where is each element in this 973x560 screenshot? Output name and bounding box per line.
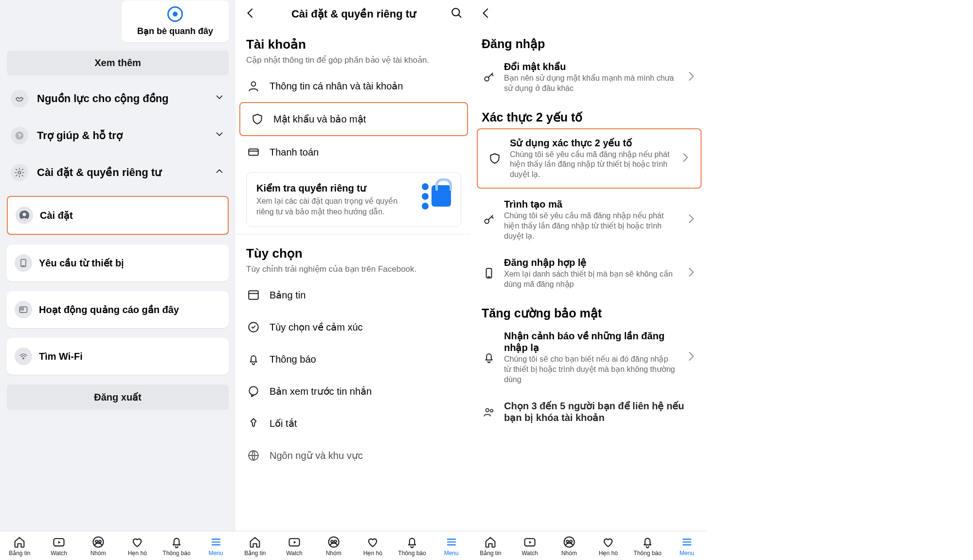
row-password-security[interactable]: Mật khẩu và bảo mật [239, 102, 468, 136]
row-payment[interactable]: Thanh toán [236, 136, 471, 168]
row-title: Nhận cảnh báo về những lần đăng nhập lạ [504, 330, 677, 353]
svg-point-13 [95, 540, 98, 542]
svg-point-44 [564, 537, 574, 547]
svg-point-12 [93, 537, 103, 547]
tab-feed[interactable]: Bảng tin [0, 531, 39, 560]
chevron-down-icon [214, 129, 225, 142]
row-label: Ngôn ngữ và khu vực [270, 450, 363, 461]
row-title: Trình tạo mã [504, 198, 677, 210]
row-label: Lối tắt [270, 418, 297, 429]
section-extra-title: Tăng cường bảo mật [472, 298, 706, 322]
back-button[interactable] [480, 7, 492, 21]
row-sub: Xem lại danh sách thiết bị mà bạn sẽ khô… [504, 269, 677, 290]
row-language-region[interactable]: Ngôn ngữ và khu vực [236, 439, 471, 472]
tabbar: Bảng tinWatchNhómHẹn hòThông báoMenu [0, 531, 235, 560]
tabbar: Bảng tinWatchNhómHẹn hòThông báoMenu [235, 531, 471, 560]
tab-notif[interactable]: Thông báo [157, 531, 197, 560]
item-label: Tìm Wi-Fi [39, 351, 83, 362]
menu-find-wifi[interactable]: Tìm Wi-Fi [7, 338, 229, 375]
row-use-2fa[interactable]: Sử dụng xác thực 2 yếu tố Chúng tôi sẽ y… [477, 128, 702, 189]
svg-marker-43 [529, 541, 532, 543]
tab-dating[interactable]: Hẹn hò [589, 531, 628, 560]
friends-nearby-icon [167, 6, 183, 22]
tab-menu[interactable]: Menu [196, 531, 235, 560]
item-label: Yêu cầu từ thiết bị [39, 257, 124, 269]
svg-marker-11 [58, 541, 61, 543]
chevron-right-icon [679, 152, 691, 165]
menu-label: Cài đặt & quyền riêng tư [37, 166, 162, 179]
row-message-preview[interactable]: Bản xem trước tin nhắn [236, 375, 471, 407]
chevron-right-icon [685, 266, 697, 280]
tab-feed[interactable]: Bảng tin [235, 531, 275, 560]
svg-rect-8 [21, 308, 23, 310]
section-2fa-title: Xác thực 2 yếu tố [472, 102, 706, 126]
svg-point-4 [22, 213, 26, 216]
chevron-up-icon [214, 166, 225, 179]
back-button[interactable] [244, 7, 257, 21]
row-feed[interactable]: Bảng tin [236, 279, 471, 311]
row-title: Chọn 3 đến 5 người bạn để liên hệ nếu bạ… [504, 400, 697, 423]
menu-recent-ads[interactable]: Hoạt động quảng cáo gần đây [7, 291, 229, 328]
svg-rect-23 [249, 291, 258, 299]
profile-gear-icon [16, 207, 33, 224]
see-more-button[interactable]: Xem thêm [7, 51, 229, 75]
svg-point-9 [23, 358, 24, 359]
row-notifications[interactable]: Thông báo [236, 343, 471, 375]
row-label: Tùy chọn về cảm xúc [270, 321, 363, 333]
svg-point-40 [486, 409, 489, 412]
row-label: Thanh toán [270, 147, 319, 158]
tab-watch[interactable]: Watch [510, 531, 550, 560]
svg-rect-21 [249, 149, 258, 156]
item-label: Cài đặt [40, 210, 73, 221]
row-trusted-contacts[interactable]: Chọn 3 đến 5 người bạn để liên hệ nếu bạ… [472, 392, 706, 431]
privacy-checkup-card[interactable]: Kiểm tra quyền riêng tư Xem lại các cài … [246, 172, 461, 227]
row-login-alerts[interactable]: Nhận cảnh báo về những lần đăng nhập lạ … [472, 322, 706, 392]
tab-dating[interactable]: Hẹn hò [118, 531, 157, 560]
globe-icon [246, 448, 261, 463]
tab-notif[interactable]: Thông báo [628, 531, 667, 560]
header [472, 0, 706, 28]
tab-groups[interactable]: Nhóm [549, 531, 589, 560]
row-code-generator[interactable]: Trình tạo mã Chúng tôi sẽ yêu cầu mã đăn… [472, 191, 706, 249]
search-button[interactable] [450, 7, 463, 21]
bell-icon [482, 350, 496, 365]
wifi-icon [15, 348, 32, 365]
svg-point-30 [328, 537, 339, 547]
menu-settings[interactable]: Cài đặt [7, 196, 229, 235]
row-title: Sử dụng xác thực 2 yếu tố [510, 137, 671, 149]
section-account-sub: Cập nhật thông tin để góp phần bảo vệ tà… [236, 54, 471, 70]
row-reaction-prefs[interactable]: Tùy chọn về cảm xúc [236, 311, 471, 343]
tab-notif[interactable]: Thông báo [393, 531, 432, 560]
panel-menu: Bạn bè quanh đây Xem thêm Nguồn lực cho … [0, 0, 235, 560]
svg-line-19 [458, 15, 461, 17]
row-label: Thông báo [270, 354, 316, 365]
menu-community-resources[interactable]: Nguồn lực cho cộng đồng [0, 80, 235, 117]
shield-icon [487, 151, 502, 166]
row-sub: Chúng tôi sẽ cho bạn biết nếu ai đó đăng… [504, 354, 677, 385]
shortcut-friends-nearby[interactable]: Bạn bè quanh đây [122, 0, 229, 42]
tab-menu[interactable]: Menu [667, 531, 706, 560]
row-valid-login[interactable]: Đăng nhập hợp lệ Xem lại danh sách thiết… [472, 249, 706, 298]
row-change-password[interactable]: Đổi mật khẩu Bạn nên sử dụng mật khẩu mạ… [472, 53, 706, 102]
chevron-right-icon [685, 70, 697, 84]
row-personal-info[interactable]: Thông tin cá nhân và tài khoản [236, 70, 471, 102]
menu-settings-privacy[interactable]: Cài đặt & quyền riêng tư [0, 154, 235, 191]
tab-menu[interactable]: Menu [432, 531, 471, 560]
svg-marker-29 [294, 541, 296, 543]
tab-watch[interactable]: Watch [39, 531, 79, 560]
tab-feed[interactable]: Bảng tin [471, 531, 510, 560]
tab-groups[interactable]: Nhóm [314, 531, 353, 560]
logout-button[interactable]: Đăng xuất [7, 385, 229, 410]
question-icon: ? [11, 127, 28, 144]
menu-device-requests[interactable]: Yêu cầu từ thiết bị [7, 245, 229, 281]
feed-icon [246, 288, 261, 302]
row-title: Đăng nhập hợp lệ [504, 257, 677, 268]
tab-groups[interactable]: Nhóm [78, 531, 118, 560]
key-icon [482, 212, 496, 227]
chevron-down-icon [214, 92, 225, 105]
menu-help-support[interactable]: ? Trợ giúp & hỗ trợ [0, 117, 235, 154]
row-shortcuts[interactable]: Lối tắt [236, 407, 471, 439]
tab-dating[interactable]: Hẹn hò [353, 531, 393, 560]
tab-watch[interactable]: Watch [275, 531, 314, 560]
bell-icon [246, 352, 261, 367]
